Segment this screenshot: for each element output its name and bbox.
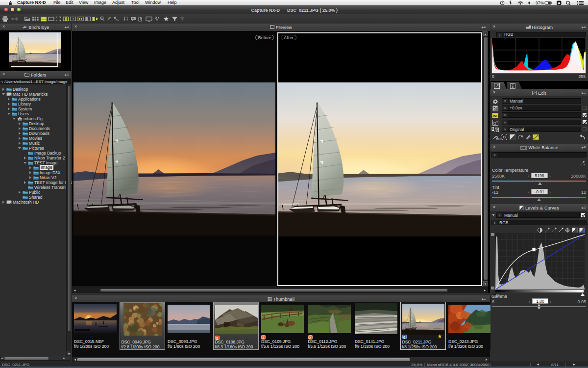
svg-text:NR: NR xyxy=(496,137,501,140)
svg-text:97%: 97% xyxy=(536,0,544,5)
svg-text:WB: WB xyxy=(493,114,498,118)
svg-text:A: A xyxy=(558,1,561,5)
